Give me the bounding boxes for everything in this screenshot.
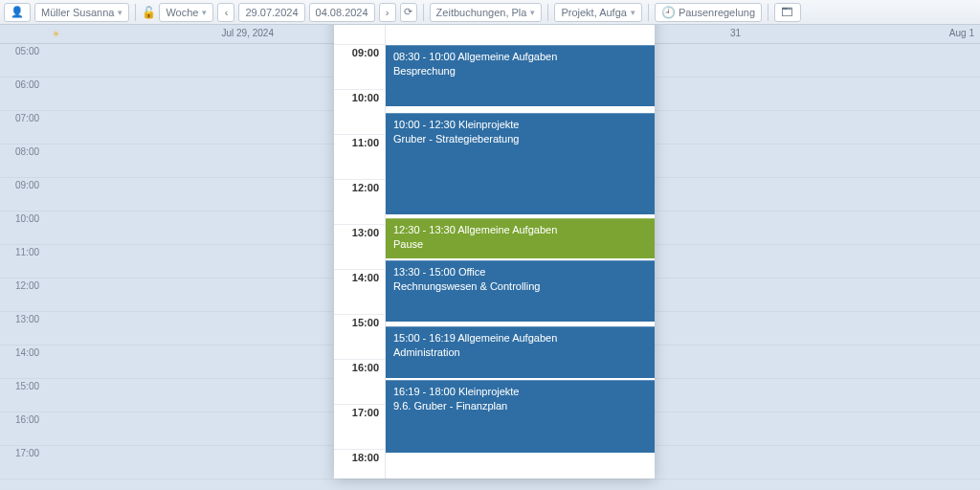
popup-hour-label: 18:00 <box>352 452 379 463</box>
event-subtitle: Administration <box>393 345 647 360</box>
popup-hour-gutter: 08:0009:0010:0011:0012:0013:0014:0015:00… <box>334 0 386 479</box>
day-col-4[interactable]: Aug 1☀ <box>746 25 980 43</box>
hour-label: 08:00 <box>15 146 39 157</box>
event-time-title: 16:19 - 18:00 Kleinprojekte <box>393 385 647 399</box>
chevron-down-icon: ▾ <box>530 8 535 17</box>
filter-bookings[interactable]: Zeitbuchungen, Pla ▾ <box>430 3 543 22</box>
separator <box>547 4 548 21</box>
hour-label: 15:00 <box>15 381 39 391</box>
hour-label: 11:00 <box>15 247 39 257</box>
hour-label: 06:00 <box>15 79 39 90</box>
user-select[interactable]: Müller Susanna ▾ <box>34 3 129 22</box>
hour-label: 14:00 <box>15 347 39 358</box>
layout-button[interactable] <box>774 3 801 22</box>
pause-rule-button[interactable]: Pausenregelung <box>655 3 762 22</box>
popup-hour-row: 18:00 <box>334 450 385 479</box>
popup-hour-label: 17:00 <box>352 407 379 418</box>
event-subtitle: 9.6. Gruber - Finanzplan <box>393 399 647 413</box>
calendar-event[interactable]: 10:00 - 12:30 KleinprojekteGruber - Stra… <box>386 113 655 214</box>
calendar-event[interactable]: 16:19 - 18:00 Kleinprojekte9.6. Gruber -… <box>386 380 655 453</box>
popup-hour-row: 12:00 <box>334 180 385 225</box>
popup-hour-row: 16:00 <box>334 360 385 405</box>
user-name: Müller Susanna <box>41 7 114 18</box>
event-subtitle: Pause <box>393 237 647 252</box>
person-icon <box>11 6 24 19</box>
view-select[interactable]: Woche ▾ <box>159 3 213 22</box>
popup-hour-label: 09:00 <box>352 47 379 58</box>
popup-hour-label: 14:00 <box>352 272 379 283</box>
event-time-title: 08:30 - 10:00 Allgemeine Aufgaben <box>393 50 647 64</box>
toolbar: Müller Susanna ▾ Woche ▾ ‹ 29.07.2024 04… <box>0 0 980 25</box>
separator <box>648 4 649 21</box>
hour-label: 07:00 <box>15 113 39 123</box>
event-time-title: 13:30 - 15:00 Office <box>393 265 647 279</box>
prev-week-button[interactable]: ‹ <box>217 3 234 22</box>
refresh-button[interactable]: ⟳ <box>400 3 417 22</box>
user-icon-button[interactable] <box>4 3 31 22</box>
view-label: Woche <box>166 7 198 18</box>
event-subtitle: Gruber - Strategieberatung <box>393 132 647 146</box>
popup-hour-label: 12:00 <box>352 182 379 193</box>
chevron-down-icon: ▾ <box>202 8 207 17</box>
popup-hour-row: 10:00 <box>334 90 385 135</box>
hour-label: 17:00 <box>15 448 39 458</box>
popup-hour-row: 17:00 <box>334 405 385 450</box>
event-subtitle: Besprechung <box>393 64 647 78</box>
calendar-event[interactable]: 13:30 - 15:00 OfficeRechnungswesen & Con… <box>386 260 655 322</box>
filter-project[interactable]: Projekt, Aufga ▾ <box>554 3 642 22</box>
hour-label: 13:00 <box>15 314 39 324</box>
chevron-down-icon: ▾ <box>118 8 122 17</box>
popup-hour-label: 11:00 <box>352 137 379 148</box>
hour-label: 12:00 <box>15 280 39 291</box>
separator <box>768 4 768 21</box>
unlock-icon[interactable] <box>142 6 155 19</box>
event-subtitle: Rechnungswesen & Controlling <box>393 279 647 294</box>
popup-hour-row: 13:00 <box>334 225 385 270</box>
popup-hour-row: 14:00 <box>334 270 385 315</box>
separator <box>423 4 424 21</box>
day-col-1[interactable]: ☀Jul 29, 2024 <box>46 25 279 43</box>
date-from[interactable]: 29.07.2024 <box>238 3 304 22</box>
calendar-event[interactable]: 12:30 - 13:30 Allgemeine AufgabenPause <box>386 218 655 258</box>
hour-label: 16:00 <box>15 414 39 425</box>
separator <box>135 4 136 21</box>
event-time-title: 15:00 - 16:19 Allgemeine Aufgaben <box>393 331 647 345</box>
popup-hour-row: 15:00 <box>334 315 385 360</box>
popup-hour-label: 13:00 <box>352 227 379 238</box>
popup-hour-row: 11:00 <box>334 135 385 180</box>
hour-label: 05:00 <box>15 46 39 56</box>
hour-label: 09:00 <box>15 180 39 190</box>
popup-hour-label: 16:00 <box>352 362 379 373</box>
event-time-title: 10:00 - 12:30 Kleinprojekte <box>393 118 647 132</box>
calendar-event[interactable]: 08:30 - 10:00 Allgemeine AufgabenBesprec… <box>386 45 655 106</box>
hour-label: 10:00 <box>15 213 39 224</box>
popup-event-area[interactable]: 08:30 - 10:00 Allgemeine AufgabenBesprec… <box>386 0 655 479</box>
chevron-down-icon: ▾ <box>631 8 635 17</box>
event-time-title: 12:30 - 13:30 Allgemeine Aufgaben <box>393 223 647 237</box>
calendar-event[interactable]: 15:00 - 16:19 Allgemeine AufgabenAdminis… <box>386 326 655 378</box>
next-week-button[interactable]: › <box>379 3 396 22</box>
clock-icon <box>661 6 675 19</box>
popup-hour-row: 09:00 <box>334 45 385 90</box>
day-detail-popup: 08:0009:0010:0011:0012:0013:0014:0015:00… <box>334 0 655 479</box>
date-to[interactable]: 04.08.2024 <box>309 3 375 22</box>
sun-icon: ☀ <box>52 29 60 39</box>
window-icon <box>781 6 794 19</box>
popup-hour-label: 15:00 <box>352 317 379 328</box>
popup-hour-label: 10:00 <box>352 92 379 103</box>
